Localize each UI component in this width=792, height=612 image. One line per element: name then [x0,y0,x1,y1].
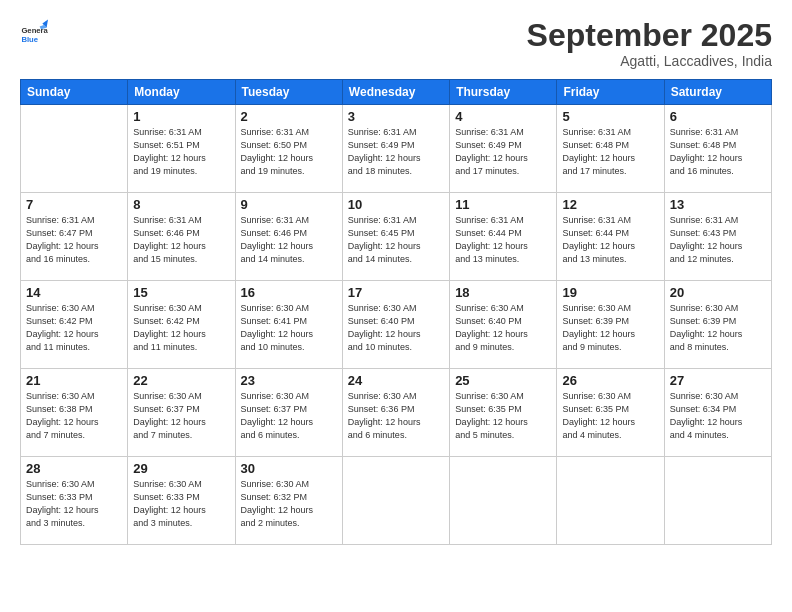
day-info: Sunrise: 6:30 AM Sunset: 6:37 PM Dayligh… [241,390,337,442]
table-row: 25Sunrise: 6:30 AM Sunset: 6:35 PM Dayli… [450,369,557,457]
table-row: 20Sunrise: 6:30 AM Sunset: 6:39 PM Dayli… [664,281,771,369]
day-info: Sunrise: 6:30 AM Sunset: 6:42 PM Dayligh… [133,302,229,354]
day-info: Sunrise: 6:31 AM Sunset: 6:48 PM Dayligh… [670,126,766,178]
day-info: Sunrise: 6:30 AM Sunset: 6:40 PM Dayligh… [348,302,444,354]
day-info: Sunrise: 6:30 AM Sunset: 6:42 PM Dayligh… [26,302,122,354]
page-header: General Blue September 2025 Agatti, Lacc… [20,18,772,69]
table-row: 17Sunrise: 6:30 AM Sunset: 6:40 PM Dayli… [342,281,449,369]
day-number: 23 [241,373,337,388]
day-number: 20 [670,285,766,300]
table-row: 11Sunrise: 6:31 AM Sunset: 6:44 PM Dayli… [450,193,557,281]
day-info: Sunrise: 6:30 AM Sunset: 6:40 PM Dayligh… [455,302,551,354]
day-info: Sunrise: 6:30 AM Sunset: 6:36 PM Dayligh… [348,390,444,442]
table-row: 21Sunrise: 6:30 AM Sunset: 6:38 PM Dayli… [21,369,128,457]
day-number: 24 [348,373,444,388]
day-number: 15 [133,285,229,300]
day-number: 9 [241,197,337,212]
day-number: 10 [348,197,444,212]
table-row: 6Sunrise: 6:31 AM Sunset: 6:48 PM Daylig… [664,105,771,193]
col-friday: Friday [557,80,664,105]
day-number: 29 [133,461,229,476]
day-number: 25 [455,373,551,388]
table-row: 2Sunrise: 6:31 AM Sunset: 6:50 PM Daylig… [235,105,342,193]
day-number: 8 [133,197,229,212]
month-title: September 2025 [527,18,772,53]
day-info: Sunrise: 6:30 AM Sunset: 6:37 PM Dayligh… [133,390,229,442]
day-number: 28 [26,461,122,476]
day-number: 4 [455,109,551,124]
location-subtitle: Agatti, Laccadives, India [527,53,772,69]
table-row: 15Sunrise: 6:30 AM Sunset: 6:42 PM Dayli… [128,281,235,369]
logo: General Blue [20,18,48,46]
table-row [342,457,449,545]
day-info: Sunrise: 6:30 AM Sunset: 6:35 PM Dayligh… [455,390,551,442]
table-row: 13Sunrise: 6:31 AM Sunset: 6:43 PM Dayli… [664,193,771,281]
col-thursday: Thursday [450,80,557,105]
calendar-week-row: 1Sunrise: 6:31 AM Sunset: 6:51 PM Daylig… [21,105,772,193]
table-row: 27Sunrise: 6:30 AM Sunset: 6:34 PM Dayli… [664,369,771,457]
day-number: 14 [26,285,122,300]
day-number: 22 [133,373,229,388]
title-block: September 2025 Agatti, Laccadives, India [527,18,772,69]
day-info: Sunrise: 6:31 AM Sunset: 6:44 PM Dayligh… [455,214,551,266]
day-number: 30 [241,461,337,476]
table-row: 5Sunrise: 6:31 AM Sunset: 6:48 PM Daylig… [557,105,664,193]
day-number: 26 [562,373,658,388]
calendar-week-row: 28Sunrise: 6:30 AM Sunset: 6:33 PM Dayli… [21,457,772,545]
table-row [450,457,557,545]
day-info: Sunrise: 6:31 AM Sunset: 6:45 PM Dayligh… [348,214,444,266]
table-row: 29Sunrise: 6:30 AM Sunset: 6:33 PM Dayli… [128,457,235,545]
day-info: Sunrise: 6:30 AM Sunset: 6:32 PM Dayligh… [241,478,337,530]
day-info: Sunrise: 6:31 AM Sunset: 6:47 PM Dayligh… [26,214,122,266]
table-row [664,457,771,545]
table-row [21,105,128,193]
day-info: Sunrise: 6:30 AM Sunset: 6:34 PM Dayligh… [670,390,766,442]
table-row: 23Sunrise: 6:30 AM Sunset: 6:37 PM Dayli… [235,369,342,457]
day-info: Sunrise: 6:30 AM Sunset: 6:38 PM Dayligh… [26,390,122,442]
day-info: Sunrise: 6:31 AM Sunset: 6:51 PM Dayligh… [133,126,229,178]
day-info: Sunrise: 6:31 AM Sunset: 6:43 PM Dayligh… [670,214,766,266]
table-row: 9Sunrise: 6:31 AM Sunset: 6:46 PM Daylig… [235,193,342,281]
table-row [557,457,664,545]
day-number: 2 [241,109,337,124]
col-wednesday: Wednesday [342,80,449,105]
calendar-week-row: 7Sunrise: 6:31 AM Sunset: 6:47 PM Daylig… [21,193,772,281]
day-info: Sunrise: 6:30 AM Sunset: 6:33 PM Dayligh… [26,478,122,530]
table-row: 10Sunrise: 6:31 AM Sunset: 6:45 PM Dayli… [342,193,449,281]
day-info: Sunrise: 6:30 AM Sunset: 6:39 PM Dayligh… [562,302,658,354]
day-info: Sunrise: 6:31 AM Sunset: 6:48 PM Dayligh… [562,126,658,178]
col-sunday: Sunday [21,80,128,105]
day-info: Sunrise: 6:31 AM Sunset: 6:46 PM Dayligh… [133,214,229,266]
table-row: 3Sunrise: 6:31 AM Sunset: 6:49 PM Daylig… [342,105,449,193]
calendar-week-row: 14Sunrise: 6:30 AM Sunset: 6:42 PM Dayli… [21,281,772,369]
col-monday: Monday [128,80,235,105]
day-number: 19 [562,285,658,300]
day-number: 21 [26,373,122,388]
day-info: Sunrise: 6:31 AM Sunset: 6:44 PM Dayligh… [562,214,658,266]
day-number: 1 [133,109,229,124]
table-row: 1Sunrise: 6:31 AM Sunset: 6:51 PM Daylig… [128,105,235,193]
logo-icon: General Blue [20,18,48,46]
day-number: 5 [562,109,658,124]
day-number: 3 [348,109,444,124]
day-number: 18 [455,285,551,300]
day-number: 12 [562,197,658,212]
table-row: 18Sunrise: 6:30 AM Sunset: 6:40 PM Dayli… [450,281,557,369]
table-row: 4Sunrise: 6:31 AM Sunset: 6:49 PM Daylig… [450,105,557,193]
table-row: 7Sunrise: 6:31 AM Sunset: 6:47 PM Daylig… [21,193,128,281]
day-number: 27 [670,373,766,388]
table-row: 14Sunrise: 6:30 AM Sunset: 6:42 PM Dayli… [21,281,128,369]
calendar-week-row: 21Sunrise: 6:30 AM Sunset: 6:38 PM Dayli… [21,369,772,457]
day-number: 17 [348,285,444,300]
table-row: 19Sunrise: 6:30 AM Sunset: 6:39 PM Dayli… [557,281,664,369]
day-info: Sunrise: 6:31 AM Sunset: 6:50 PM Dayligh… [241,126,337,178]
table-row: 22Sunrise: 6:30 AM Sunset: 6:37 PM Dayli… [128,369,235,457]
table-row: 28Sunrise: 6:30 AM Sunset: 6:33 PM Dayli… [21,457,128,545]
day-number: 16 [241,285,337,300]
day-number: 6 [670,109,766,124]
day-number: 7 [26,197,122,212]
svg-text:Blue: Blue [21,35,38,44]
col-saturday: Saturday [664,80,771,105]
day-info: Sunrise: 6:30 AM Sunset: 6:41 PM Dayligh… [241,302,337,354]
day-info: Sunrise: 6:31 AM Sunset: 6:46 PM Dayligh… [241,214,337,266]
